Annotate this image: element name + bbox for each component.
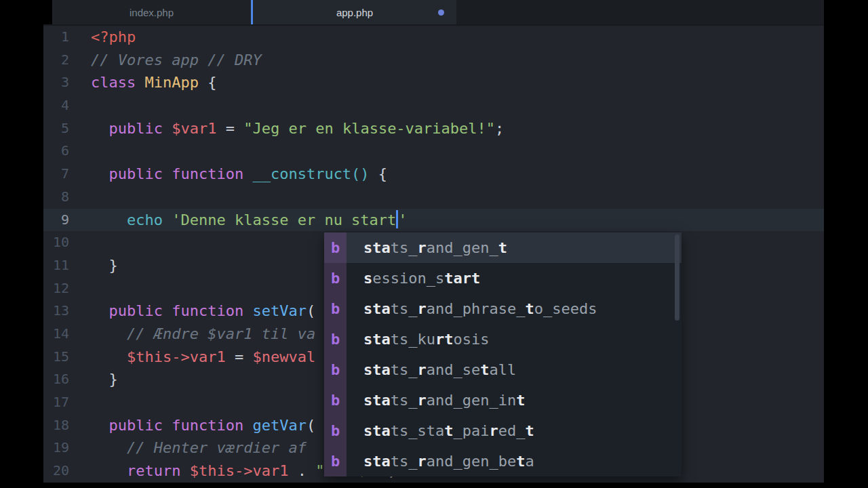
code-line[interactable]: 9 echo 'Denne klasse er nu start'	[43, 209, 824, 232]
suggestion-label: stats_rand_gen_int	[363, 392, 525, 409]
code-text: public function getVar(	[91, 414, 315, 437]
code-text: }	[91, 254, 118, 277]
suggestion-label: stats_kurtosis	[363, 331, 489, 348]
line-number: 3	[43, 71, 69, 94]
function-kind-icon: b	[324, 354, 347, 385]
code-text: // Vores app // DRY	[91, 49, 262, 72]
function-kind-icon: b	[324, 415, 347, 446]
line-number: 20	[43, 460, 69, 483]
autocomplete-item[interactable]: bstats_stat_paired_t	[324, 415, 682, 446]
autocomplete-item[interactable]: bstats_kurtosis	[324, 324, 682, 354]
code-text: // Ændre $var1 til va	[91, 323, 315, 346]
code-text: echo 'Denne klasse er nu start'	[91, 209, 408, 232]
function-kind-icon: b	[324, 263, 347, 293]
line-number: 19	[43, 436, 69, 460]
code-text: public $var1 = "Jeg er en klasse-variabe…	[91, 117, 504, 140]
line-number: 18	[43, 414, 69, 437]
line-number: 7	[43, 163, 69, 186]
code-line[interactable]: 4	[43, 94, 824, 117]
tab-bar: index.phpapp.php	[43, 0, 824, 26]
tab-app.php[interactable]: app.php	[253, 0, 456, 24]
code-text: class MinApp {	[91, 71, 216, 94]
suggestion-label: session_start	[363, 270, 480, 287]
line-number: 4	[43, 94, 69, 117]
code-line[interactable]: 1<?php	[43, 26, 824, 49]
code-line[interactable]: 8	[43, 186, 824, 209]
tabbar-filler	[456, 0, 824, 24]
suggestion-label: stats_stat_paired_t	[363, 422, 534, 439]
tabbar-left-gap	[43, 0, 52, 24]
modified-dot-icon[interactable]	[438, 9, 444, 16]
line-number: 6	[43, 140, 69, 163]
line-number: 10	[43, 231, 69, 254]
code-text: }	[91, 368, 118, 391]
autocomplete-item[interactable]: bstats_rand_setall	[324, 354, 682, 385]
autocomplete-item[interactable]: bstats_rand_phrase_to_seeds	[324, 293, 682, 324]
code-line[interactable]: 3class MinApp {	[43, 71, 824, 94]
code-text: $this->var1 = $newval	[91, 346, 315, 369]
line-number: 9	[43, 209, 69, 232]
line-number: 2	[43, 49, 69, 72]
function-kind-icon: b	[324, 324, 347, 354]
code-text: public function setVar(	[91, 300, 315, 323]
line-number: 5	[43, 117, 69, 140]
code-line[interactable]: 2// Vores app // DRY	[43, 49, 824, 72]
letterbox-right	[824, 0, 868, 488]
code-text: // Henter værdier af	[91, 436, 307, 460]
line-number: 8	[43, 186, 69, 209]
suggestion-label: stats_rand_gen_beta	[363, 453, 534, 470]
autocomplete-popup: bstats_rand_gen_tbsession_startbstats_ra…	[324, 232, 682, 476]
autocomplete-item[interactable]: bstats_rand_gen_t	[324, 232, 682, 263]
line-number: 12	[43, 277, 69, 300]
function-kind-icon: b	[324, 232, 347, 263]
line-number: 11	[43, 254, 69, 277]
line-number: 13	[43, 300, 69, 323]
tab-label: index.php	[130, 7, 174, 18]
code-line[interactable]: 6	[43, 140, 824, 163]
line-number: 14	[43, 323, 69, 346]
code-text: public function __construct() {	[91, 163, 387, 186]
function-kind-icon: b	[324, 385, 347, 415]
line-number: 1	[43, 26, 69, 49]
suggestion-label: stats_rand_phrase_to_seeds	[363, 300, 597, 317]
function-kind-icon: b	[324, 446, 347, 476]
suggestion-label: stats_rand_gen_t	[363, 239, 507, 256]
letterbox-left	[0, 0, 43, 488]
code-line[interactable]: 5 public $var1 = "Jeg er en klasse-varia…	[43, 117, 824, 140]
letterbox-bottom	[0, 483, 868, 488]
autocomplete-item[interactable]: bstats_rand_gen_int	[324, 385, 682, 415]
function-kind-icon: b	[324, 293, 347, 324]
code-line[interactable]: 7 public function __construct() {	[43, 163, 824, 186]
editor-stage: index.phpapp.php 1<?php2// Vores app // …	[43, 0, 824, 483]
code-editor-window: index.phpapp.php 1<?php2// Vores app // …	[0, 0, 868, 488]
suggestion-label: stats_rand_setall	[363, 361, 516, 378]
line-number: 16	[43, 368, 69, 391]
line-number: 15	[43, 346, 69, 369]
tab-label: app.php	[336, 7, 373, 18]
tab-index.php[interactable]: index.php	[52, 0, 251, 24]
autocomplete-list: bstats_rand_gen_tbsession_startbstats_ra…	[324, 232, 682, 476]
autocomplete-item[interactable]: bstats_rand_gen_beta	[324, 446, 682, 476]
line-number: 17	[43, 391, 69, 414]
code-text: <?php	[91, 26, 136, 49]
autocomplete-item[interactable]: bsession_start	[324, 263, 682, 293]
popup-scrollbar-thumb[interactable]	[675, 235, 679, 321]
